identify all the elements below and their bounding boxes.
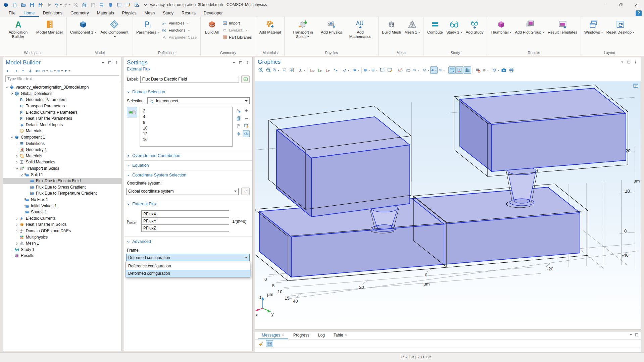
flux-z-input[interactable]	[141, 224, 229, 232]
domain-list-item[interactable]: 12	[140, 131, 232, 137]
domain-selection-list[interactable]: 248101216	[140, 107, 233, 147]
expander-open-icon[interactable]	[10, 92, 14, 96]
parameters-button[interactable]: PiParameters	[135, 18, 161, 35]
graphics-canvas[interactable]: 20 µm 10 0 -40 -20 0 µm 20 40 0 5 10 15 …	[255, 81, 641, 329]
gt-selmode-button[interactable]	[353, 66, 360, 74]
gt-speaker-button[interactable]	[430, 66, 438, 74]
gt-xz-button[interactable]: xz	[324, 66, 332, 74]
tree-item-mesh-1[interactable]: Mesh 1	[3, 240, 121, 247]
cut-button[interactable]	[72, 1, 79, 8]
duplicate-button[interactable]	[98, 1, 105, 8]
interconnect-box-upper-right[interactable]	[460, 88, 626, 171]
funnel-button[interactable]	[64, 68, 70, 74]
help-button[interactable]: ?	[636, 10, 642, 16]
paste-button[interactable]	[235, 122, 242, 130]
zoom-selected-button[interactable]	[235, 130, 242, 137]
expander-closed-icon[interactable]	[15, 142, 19, 146]
flux-y-input[interactable]	[141, 217, 229, 225]
expander-open-icon[interactable]	[15, 166, 19, 170]
tree-item-materials[interactable]: Materials	[3, 128, 121, 134]
nav-left-button[interactable]	[5, 68, 11, 74]
add-study-button[interactable]: Add Study	[464, 18, 485, 35]
find-button[interactable]	[133, 1, 140, 8]
restore-button[interactable]	[613, 0, 629, 9]
tree-item-electric-currents-parameters[interactable]: PiElectric Currents Parameters	[3, 109, 121, 115]
gt-zoom-in-button[interactable]	[257, 66, 264, 74]
tree-item-no-flux-1[interactable]: DNo Flux 1	[3, 197, 121, 203]
save-button[interactable]	[28, 1, 36, 8]
3d-scene[interactable]: 20 µm 10 0 -40 -20 0 µm 20 40 0 5 10 15 …	[255, 81, 641, 329]
gt-yz-button[interactable]: yz	[316, 66, 324, 74]
flux-x-input[interactable]	[141, 210, 229, 218]
rename-button[interactable]	[241, 75, 250, 83]
gt-axes-button[interactable]	[456, 66, 463, 74]
eye-button[interactable]	[35, 68, 41, 74]
gt-wirecube-button[interactable]	[423, 66, 430, 74]
interconnect-box-upper-left[interactable]	[277, 117, 410, 217]
gt-rotate-button[interactable]	[342, 66, 350, 74]
add-material-button[interactable]: Add Material	[258, 18, 283, 35]
panel-menu-icon[interactable]	[629, 333, 633, 337]
tree-item-solid-mechanics[interactable]: Solid Mechanics	[3, 159, 121, 165]
sel-link-button[interactable]	[235, 107, 242, 114]
gt-reset-hide-button[interactable]: 2	[404, 66, 412, 74]
section-header-external-flux[interactable]: External Flux	[124, 199, 252, 209]
menu-results[interactable]: Results	[178, 9, 200, 17]
menu-file[interactable]: File	[5, 9, 19, 17]
menu-home[interactable]: Home	[19, 9, 39, 17]
go-to-source-button[interactable]	[241, 188, 250, 195]
tree-item-results[interactable]: Results	[3, 253, 121, 259]
gt-light-button[interactable]	[492, 66, 500, 74]
frame-combo[interactable]: Deformed configuration	[126, 254, 250, 261]
tree-item-vacancy-electromigration-3dmodel-mph[interactable]: vacancy_electromigration_3Dmodel.mph	[3, 84, 121, 91]
coordinate-system-combo[interactable]: Global coordinate system	[126, 188, 239, 195]
part-libraries-button[interactable]: Part Libraries	[222, 35, 252, 40]
tree-item-heat-transfer-in-solids[interactable]: Heat Transfer in Solids	[3, 221, 121, 228]
panel-menu-button[interactable]	[620, 60, 625, 65]
expander-closed-icon[interactable]	[10, 248, 14, 252]
clear-selection-button[interactable]	[124, 1, 132, 8]
tree-item-default-model-inputs[interactable]: Default Model Inputs	[3, 122, 121, 128]
copy-button[interactable]	[235, 115, 242, 122]
build-mesh-button[interactable]: Build Mesh	[380, 18, 403, 35]
application-builder-button[interactable]: AApplication Builder	[2, 18, 35, 40]
gt-palette-button[interactable]	[482, 66, 489, 74]
domain-list-item[interactable]: 16	[140, 137, 232, 143]
tree-item-solid-1[interactable]: DSolid 1	[3, 171, 121, 178]
section-header-equation[interactable]: Equation	[124, 161, 252, 170]
panel-float-button[interactable]	[107, 60, 112, 65]
clear-selection-button[interactable]	[243, 122, 250, 130]
tree-item-flux-due-to-temperature-gradient[interactable]: Flux Due to Temperature Gradient	[3, 190, 121, 197]
add-physics-button[interactable]: Add Physics	[319, 18, 344, 35]
domain-list-item[interactable]: 10	[140, 125, 232, 131]
livelink-button[interactable]: LiveLink	[222, 28, 252, 33]
tree-item-materials[interactable]: Materials	[3, 153, 121, 159]
menu-mesh[interactable]: Mesh	[141, 9, 159, 17]
compute-button[interactable]: Compute	[426, 18, 445, 35]
label-input[interactable]	[140, 76, 239, 83]
tree-item-transport-parameters[interactable]: PiTransport Parameters	[3, 103, 121, 109]
panel-float-icon[interactable]	[635, 333, 639, 337]
tree-item-domain-odes-and-daes[interactable]: ddtDomain ODEs and DAEs	[3, 228, 121, 234]
undo-button[interactable]	[54, 1, 62, 8]
expander-open-icon[interactable]	[20, 173, 24, 177]
frame-option-reference[interactable]: Reference configuration	[126, 262, 250, 270]
expander-closed-icon[interactable]	[15, 160, 19, 164]
section-header-coordinate[interactable]: Coordinate System Selection	[124, 170, 252, 180]
functions-button[interactable]: f(x)Functions	[162, 28, 197, 33]
save-as-button[interactable]	[37, 1, 44, 8]
panel-pin-button[interactable]	[633, 60, 638, 65]
tree-item-transport-in-solids[interactable]: Transport in Solids	[3, 165, 121, 172]
nav-up-button[interactable]	[20, 68, 26, 74]
section-header-domain-selection[interactable]: Domain Selection	[124, 87, 252, 97]
gt-zoom-out-button[interactable]	[265, 66, 272, 74]
move-down-list-button[interactable]	[49, 68, 56, 74]
expander-closed-icon[interactable]	[15, 154, 19, 158]
tree-item-flux-due-to-electric-field[interactable]: Flux Due to Electric Field	[3, 178, 121, 184]
gt-zoom-box-button[interactable]	[273, 66, 280, 74]
model-manager-button[interactable]: Model Manager	[35, 18, 65, 35]
menu-definitions[interactable]: Definitions	[39, 9, 66, 17]
clear-messages-button[interactable]	[257, 340, 264, 347]
qat-customize-button[interactable]	[142, 1, 149, 8]
tree-filter-input[interactable]	[5, 75, 119, 82]
